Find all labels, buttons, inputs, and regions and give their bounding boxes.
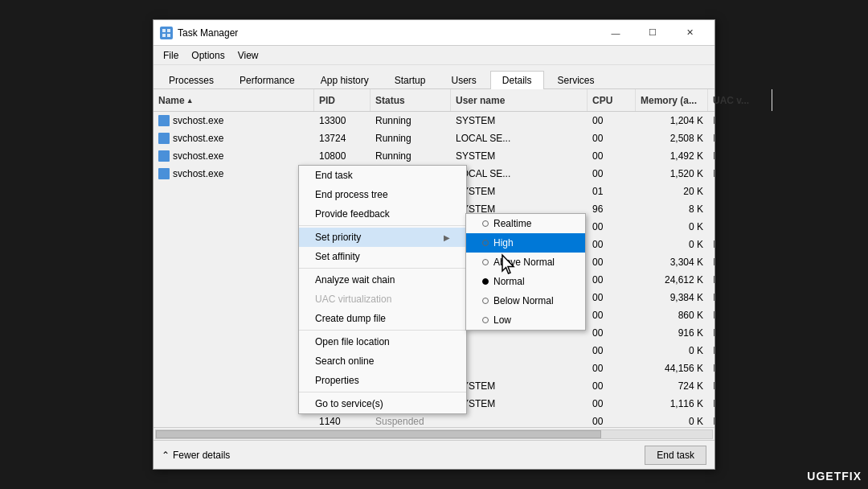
horizontal-scrollbar[interactable] — [154, 427, 714, 440]
process-name-cell — [154, 367, 314, 370]
memory-cell: 1,492 K — [636, 149, 708, 163]
context-menu-item-search-online[interactable]: Search online — [299, 351, 466, 371]
svg-rect-3 — [167, 34, 170, 37]
memory-cell: 0 K — [636, 414, 708, 428]
title-buttons: — ☐ ✕ — [597, 20, 708, 46]
context-menu-item-properties[interactable]: Properties — [299, 371, 466, 390]
context-menu-item-analyze-wait-chain[interactable]: Analyze wait chain — [299, 270, 466, 290]
uac-cell: Disabl — [708, 414, 714, 428]
table-row[interactable]: 1140Suspended000 KDisabl — [154, 413, 714, 427]
memory-cell: 20 K — [636, 184, 708, 199]
process-name-cell — [154, 296, 314, 299]
cpu-cell: 00 — [588, 326, 636, 340]
memory-cell: 1,116 K — [636, 397, 708, 411]
uac-cell — [708, 225, 714, 228]
col-user[interactable]: User name — [451, 89, 588, 111]
context-menu-item-end-process-tree[interactable]: End process tree — [299, 185, 466, 204]
fewer-details-label: Fewer details — [173, 450, 230, 461]
tab-startup[interactable]: Startup — [383, 71, 438, 89]
tab-users[interactable]: Users — [439, 71, 488, 89]
context-menu-item-set-affinity[interactable]: Set affinity — [299, 247, 466, 266]
cpu-cell: 00 — [588, 220, 636, 234]
user-cell: SYSTEM — [451, 149, 588, 163]
process-name-cell — [154, 384, 314, 388]
uac-cell: Disabl — [708, 290, 714, 305]
status-cell: Running — [371, 149, 451, 163]
context-menu-separator — [299, 268, 466, 269]
menu-options[interactable]: Options — [185, 48, 231, 63]
status-cell: Running — [371, 131, 451, 146]
cpu-cell: 00 — [588, 131, 636, 146]
user-cell: SYSTEM — [451, 397, 588, 411]
memory-cell: 9,384 K — [636, 290, 708, 305]
title-bar: Task Manager — ☐ ✕ — [154, 20, 714, 46]
tab-performance[interactable]: Performance — [227, 71, 307, 89]
context-menu-item-create-dump-file[interactable]: Create dump file — [299, 309, 466, 328]
tab-details[interactable]: Details — [490, 71, 544, 89]
context-menu-item-go-to-service(s)[interactable]: Go to service(s) — [299, 394, 466, 413]
table-row[interactable]: svchost.exe13724RunningLOCAL SE...002,50… — [154, 129, 714, 147]
maximize-button[interactable]: ☐ — [634, 20, 671, 46]
menu-view[interactable]: View — [231, 48, 265, 63]
cpu-cell: 00 — [588, 308, 636, 323]
tab-processes[interactable]: Processes — [157, 71, 226, 89]
tab-services[interactable]: Services — [546, 71, 607, 89]
tab-app-history[interactable]: App history — [309, 71, 381, 89]
priority-item-high[interactable]: High — [466, 233, 585, 253]
scrollbar-thumb[interactable] — [156, 430, 601, 438]
scrollbar-track[interactable] — [155, 429, 713, 439]
col-cpu[interactable]: CPU — [588, 89, 636, 111]
cpu-cell: 00 — [588, 149, 636, 163]
col-pid[interactable]: PID — [314, 89, 371, 111]
process-name-cell — [154, 190, 314, 193]
priority-radio — [482, 317, 489, 323]
svg-rect-2 — [162, 34, 166, 37]
priority-radio — [482, 298, 489, 304]
process-name-cell — [154, 402, 314, 405]
col-status[interactable]: Status — [371, 89, 451, 111]
minimize-button[interactable]: — — [597, 20, 634, 46]
process-name-cell — [154, 349, 314, 352]
uac-cell — [708, 208, 714, 211]
uac-cell: Disabl — [708, 255, 714, 269]
user-cell: LOCAL SE... — [451, 166, 588, 181]
uac-cell: Not al — [708, 113, 714, 128]
priority-item-normal[interactable]: Normal — [466, 272, 585, 291]
priority-radio — [482, 259, 489, 265]
context-menu-separator — [299, 330, 466, 331]
cpu-cell: 01 — [588, 184, 636, 199]
user-cell — [451, 331, 588, 335]
process-name-cell: svchost.exe — [154, 131, 314, 146]
process-name-cell — [154, 225, 314, 228]
context-menu-item-end-task[interactable]: End task — [299, 166, 466, 185]
uac-cell: Not al — [708, 379, 714, 393]
end-task-button[interactable]: End task — [645, 446, 706, 465]
col-memory[interactable]: Memory (a... — [636, 89, 708, 111]
fewer-details-button[interactable]: ⌃ Fewer details — [162, 450, 230, 461]
menu-file[interactable]: File — [157, 48, 185, 63]
col-uac[interactable]: UAC v... — [708, 89, 772, 111]
priority-item-low[interactable]: Low — [466, 310, 585, 330]
context-menu-item-set-priority[interactable]: Set priority▶ — [299, 228, 466, 247]
uac-cell: Disabl — [708, 273, 714, 287]
user-cell: LOCAL SE... — [451, 131, 588, 146]
context-menu-item-provide-feedback[interactable]: Provide feedback — [299, 204, 466, 224]
priority-item-above-normal[interactable]: Above Normal — [466, 253, 585, 272]
process-name-cell — [154, 243, 314, 246]
context-menu-item-open-file-location[interactable]: Open file location — [299, 332, 466, 351]
cpu-cell: 00 — [588, 237, 636, 252]
cpu-cell: 00 — [588, 397, 636, 411]
table-row[interactable]: svchost.exe13300RunningSYSTEM001,204 KNo… — [154, 112, 714, 129]
user-cell — [451, 349, 588, 352]
task-manager-window: Task Manager — ☐ ✕ File Options View Pro… — [153, 19, 715, 470]
uac-cell — [708, 190, 714, 193]
table-row[interactable]: svchost.exe10800RunningSYSTEM001,492 KNo… — [154, 147, 714, 165]
priority-item-below-normal[interactable]: Below Normal — [466, 291, 585, 310]
col-name[interactable]: Name ▲ — [154, 89, 314, 111]
pid-cell: 13724 — [314, 131, 371, 146]
memory-cell: 916 K — [636, 326, 708, 340]
close-button[interactable]: ✕ — [671, 20, 708, 46]
memory-cell: 0 K — [636, 220, 708, 234]
app-icon — [160, 27, 173, 39]
priority-item-realtime[interactable]: Realtime — [466, 214, 585, 233]
